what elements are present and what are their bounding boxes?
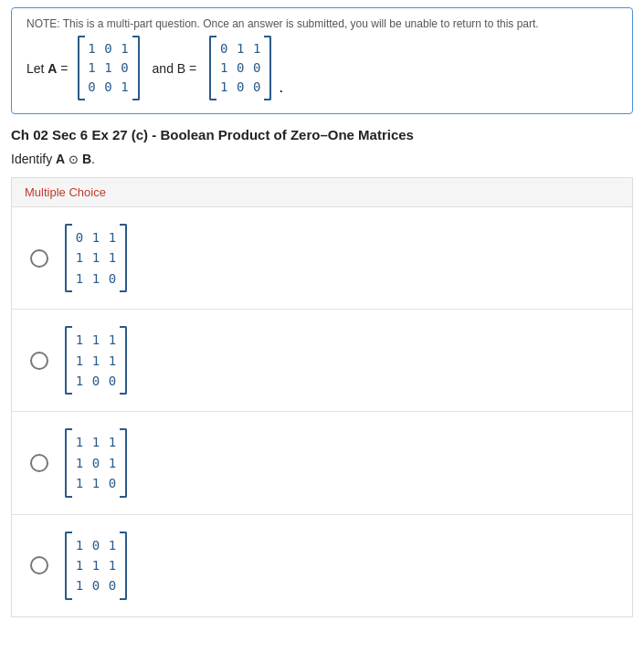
chapter-heading: Ch 02 Sec 6 Ex 27 (c) - Boolean Product … bbox=[0, 114, 644, 148]
option-matrix-3: 111101110 bbox=[65, 428, 127, 497]
radio-button-1[interactable] bbox=[30, 249, 48, 268]
top-section: NOTE: This is a multi-part question. Onc… bbox=[11, 7, 633, 114]
radio-button-2[interactable] bbox=[30, 352, 48, 370]
matrix-a: 101110001 bbox=[78, 36, 140, 100]
matrix-a-label: Let A = bbox=[26, 61, 69, 76]
and-text: and B = bbox=[153, 61, 197, 76]
radio-button-3[interactable] bbox=[30, 454, 48, 472]
mc-option-3[interactable]: 111101110 bbox=[12, 412, 632, 514]
radio-button-4[interactable] bbox=[30, 556, 48, 574]
option-matrix-4: 101111100 bbox=[65, 532, 127, 600]
mc-options-container: 011111110111111100111101110101111100 bbox=[12, 207, 632, 616]
identify-line: Identify A ⊙ B. bbox=[0, 148, 644, 177]
identify-B: B bbox=[82, 152, 91, 166]
mc-option-1[interactable]: 011111110 bbox=[12, 207, 632, 310]
mc-option-2[interactable]: 111111100 bbox=[12, 310, 632, 412]
period: . bbox=[279, 78, 283, 97]
odot-symbol: ⊙ bbox=[69, 153, 79, 166]
top-note: NOTE: This is a multi-part question. Onc… bbox=[26, 17, 618, 30]
multiple-choice-section: Multiple Choice 011111110111111100111101… bbox=[11, 177, 633, 617]
option-matrix-1: 011111110 bbox=[65, 224, 127, 292]
identify-A: A bbox=[56, 152, 65, 166]
matrix-b: 011100100 bbox=[209, 36, 271, 100]
option-matrix-2: 111111100 bbox=[65, 326, 127, 395]
mc-option-4[interactable]: 101111100 bbox=[12, 515, 632, 616]
matrix-definition-row: Let A = 101110001 and B = 011100100 . bbox=[26, 36, 618, 100]
mc-header: Multiple Choice bbox=[12, 178, 632, 207]
